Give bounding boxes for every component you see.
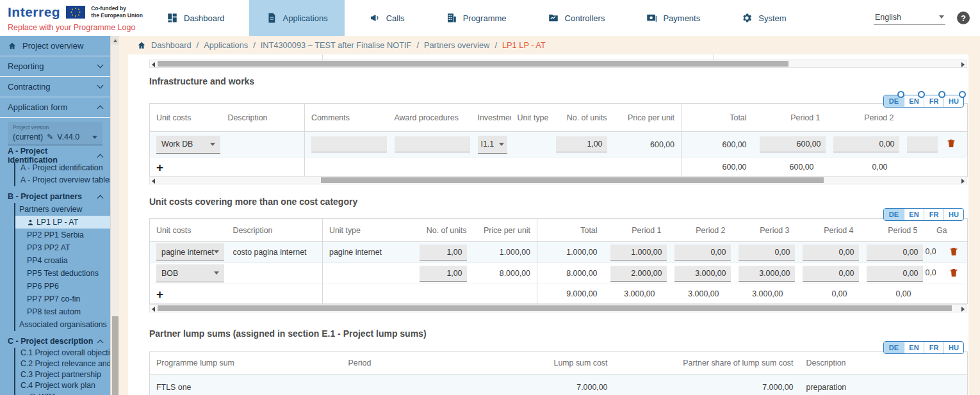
sidebar-item-partner-pp3[interactable]: PP3 PP2 AT: [15, 241, 110, 254]
sidebar-item-partner-pp8[interactable]: PP8 test autom: [15, 305, 110, 318]
sidebar-section-c[interactable]: C - Project description: [0, 335, 110, 348]
tab-de[interactable]: DE: [884, 209, 904, 220]
programme-icon: [446, 12, 457, 24]
sidebar-item-a-identification[interactable]: A - Project identification: [15, 162, 110, 174]
comments-input[interactable]: [311, 136, 387, 152]
tab-fr[interactable]: FR: [924, 342, 943, 353]
scroll-right-icon[interactable]: [961, 307, 965, 312]
period-cell: [342, 375, 502, 395]
col-header: Period: [342, 352, 502, 375]
horizontal-scrollbar-unit-costs[interactable]: [149, 304, 967, 312]
scroll-right-icon[interactable]: [961, 62, 965, 67]
tab-en[interactable]: EN: [904, 209, 924, 220]
description-cell: [227, 263, 323, 284]
sidebar-item-wp1[interactable]: WP1: [15, 391, 110, 395]
period4-input[interactable]: [803, 245, 859, 261]
scrollbar-thumb[interactable]: [158, 305, 952, 311]
table-row: pagine internet costo pagina internet pa…: [150, 242, 968, 263]
tab-fr[interactable]: FR: [924, 209, 943, 220]
period1-input[interactable]: [760, 136, 826, 152]
nav-item-controllers[interactable]: Controllers: [531, 0, 622, 36]
scrollbar-thumb[interactable]: [321, 177, 824, 183]
investment-select[interactable]: I1.1: [478, 136, 507, 154]
col-header: Period 2: [827, 104, 901, 132]
sidebar-section-b[interactable]: B - Project partners: [0, 190, 110, 203]
unit-cost-select[interactable]: pagine internet: [156, 243, 224, 261]
period5-input[interactable]: [867, 266, 923, 282]
breadcrumb-partners-overview[interactable]: Partners overview: [424, 40, 489, 50]
add-row-button[interactable]: +: [156, 288, 163, 300]
nav-item-payments[interactable]: Payments: [629, 0, 717, 36]
nav-item-programme[interactable]: Programme: [429, 0, 523, 36]
breadcrumb-dashboard[interactable]: Dashboard: [151, 40, 192, 50]
sidebar-item-partner-lp1[interactable]: LP1 LP - AT: [15, 216, 110, 229]
no-of-units-input[interactable]: [420, 245, 467, 261]
delete-row-button[interactable]: [949, 246, 959, 259]
language-select[interactable]: English: [874, 12, 945, 25]
sidebar-item-c3[interactable]: C.3 Project partnership: [15, 369, 110, 380]
sidebar-item-project-overview[interactable]: Project overview: [0, 36, 110, 56]
tab-de[interactable]: DE: [884, 342, 904, 353]
tab-en[interactable]: EN: [904, 342, 924, 353]
nav-item-applications[interactable]: Applications: [249, 0, 345, 36]
period2-input[interactable]: [674, 245, 731, 261]
add-row-button[interactable]: +: [156, 161, 163, 173]
sidebar-item-c4[interactable]: C.4 Project work plan: [15, 380, 110, 391]
scrollbar-thumb[interactable]: [112, 316, 118, 395]
scroll-left-icon[interactable]: [152, 307, 155, 312]
period1-input[interactable]: [610, 266, 667, 282]
horizontal-scrollbar-top[interactable]: [149, 60, 967, 68]
delete-row-button[interactable]: [949, 267, 959, 280]
breadcrumb-applications[interactable]: Applications: [204, 40, 248, 50]
period4-input[interactable]: [803, 266, 859, 282]
period2-input[interactable]: [833, 136, 899, 152]
unit-cost-select[interactable]: Work DB: [156, 136, 220, 154]
delete-row-button[interactable]: [946, 138, 956, 151]
sidebar-item-partner-pp6[interactable]: PP6 PP6: [15, 280, 110, 293]
sidebar-item-partner-pp5[interactable]: PP5 Test deductions: [15, 267, 110, 280]
period5-input[interactable]: [867, 245, 923, 261]
sidebar-item-c1[interactable]: C.1 Project overall objective: [15, 348, 110, 359]
chevron-down-icon: [92, 136, 97, 139]
sidebar-item-partner-pp2[interactable]: PP2 PP1 Serbia: [15, 229, 110, 241]
scroll-left-icon[interactable]: [152, 179, 155, 184]
total-sum-cell: 9.000,00: [537, 284, 604, 304]
sidebar-section-a[interactable]: A - Project identification: [0, 149, 110, 162]
total-cell: 1.000,00: [537, 242, 604, 263]
sidebar-item-associated-organisations[interactable]: Associated organisations: [15, 318, 110, 331]
sidebar-item-contracting[interactable]: Contracting: [0, 77, 110, 97]
period3-input[interactable]: [739, 266, 795, 282]
project-version-select[interactable]: Project version (current) ✎ V.44.0: [8, 122, 102, 145]
horizontal-scrollbar-infrastructure[interactable]: [149, 176, 967, 184]
sidebar-item-application-form[interactable]: Application form: [0, 97, 110, 118]
sidebar-item-partners-overview[interactable]: Partners overview: [15, 203, 110, 216]
unit-cost-select[interactable]: BOB: [156, 264, 224, 282]
sidebar-item-c2[interactable]: C.2 Project relevance and context: [15, 359, 110, 369]
period2-input[interactable]: [674, 266, 731, 282]
no-of-units-input[interactable]: [420, 266, 467, 282]
sidebar-item-partner-pp4[interactable]: PP4 croatia: [15, 254, 110, 267]
nav-item-dashboard[interactable]: Dashboard: [150, 0, 241, 36]
period3-input[interactable]: [739, 245, 795, 261]
col-header: Unit type: [511, 104, 548, 132]
gap-input[interactable]: [907, 136, 938, 152]
award-procedures-input[interactable]: [395, 136, 470, 152]
nav-item-calls[interactable]: Calls: [352, 0, 421, 36]
home-icon[interactable]: [137, 41, 146, 50]
sidebar-item-partner-pp7[interactable]: PP7 PP7 co-fin: [15, 293, 110, 305]
scroll-right-icon[interactable]: [961, 179, 965, 184]
tab-hu[interactable]: HU: [943, 342, 963, 353]
sidebar-scrollbar[interactable]: [110, 36, 119, 395]
chevron-down-icon: [214, 271, 219, 275]
breadcrumb-project[interactable]: INT4300093 – TEST after Finalise NOTIF: [261, 40, 412, 50]
nav-item-system[interactable]: System: [724, 0, 803, 36]
no-of-units-input[interactable]: [556, 136, 607, 152]
tab-hu[interactable]: HU: [943, 209, 963, 220]
scroll-up-button[interactable]: [111, 36, 119, 45]
sidebar-item-a-overview-tables[interactable]: A - Project overview tables: [15, 174, 110, 186]
sidebar-item-reporting[interactable]: Reporting: [0, 56, 110, 77]
scrollbar-thumb[interactable]: [158, 61, 788, 67]
help-icon[interactable]: ?: [957, 12, 970, 24]
scroll-left-icon[interactable]: [152, 62, 155, 67]
period1-input[interactable]: [610, 245, 667, 261]
